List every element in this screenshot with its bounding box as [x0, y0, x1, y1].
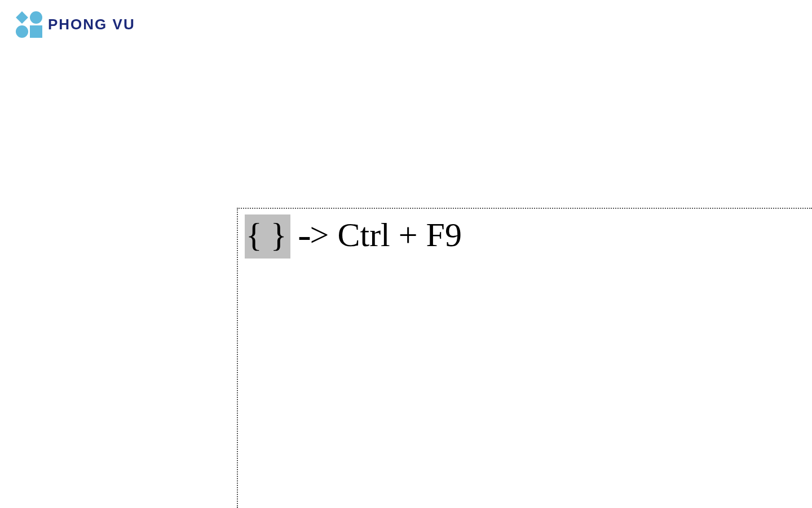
- logo-square-icon: [30, 25, 42, 38]
- field-code-placeholder: { }: [245, 214, 290, 259]
- logo-circle-icon: [30, 11, 42, 24]
- brand-logo-icon: [16, 11, 42, 38]
- shortcut-label: Ctrl + F9: [337, 216, 462, 253]
- logo-circle-icon: [16, 25, 28, 38]
- arrow-text: ->: [299, 216, 338, 253]
- document-area: { } -> Ctrl + F9: [237, 208, 812, 508]
- brand-logo: PHONG VU: [16, 11, 135, 38]
- brand-logo-text: PHONG VU: [48, 16, 135, 33]
- logo-diamond-icon: [16, 11, 28, 24]
- document-line: { } -> Ctrl + F9: [245, 214, 805, 259]
